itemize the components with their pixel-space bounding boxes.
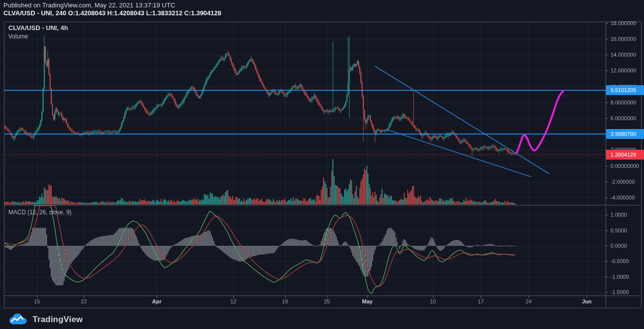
published-chart-page: Published on TradingView.com, May 22, 20… bbox=[0, 0, 644, 329]
tradingview-brand-text[interactable]: TradingView bbox=[33, 315, 83, 325]
symbol-ohlc-readout: CLVA/USD - UNI, 240 O:1.4208043 H:1.4208… bbox=[3, 9, 221, 17]
legend-volume-indicator[interactable]: Volume bbox=[8, 33, 68, 40]
published-info: Published on TradingView.com, May 22, 20… bbox=[3, 1, 221, 9]
tradingview-footer: TradingView bbox=[8, 313, 83, 326]
chart-header: Published on TradingView.com, May 22, 20… bbox=[3, 1, 221, 17]
legend-symbol[interactable]: CLVA/USD - UNI, 4h bbox=[8, 24, 68, 32]
macd-indicator-label[interactable]: MACD (12, 26, close, 9) bbox=[8, 209, 72, 216]
chart-canvas[interactable] bbox=[0, 0, 644, 329]
tradingview-logo-icon[interactable] bbox=[8, 313, 29, 326]
chart-legend: CLVA/USD - UNI, 4h Volume bbox=[8, 24, 68, 40]
